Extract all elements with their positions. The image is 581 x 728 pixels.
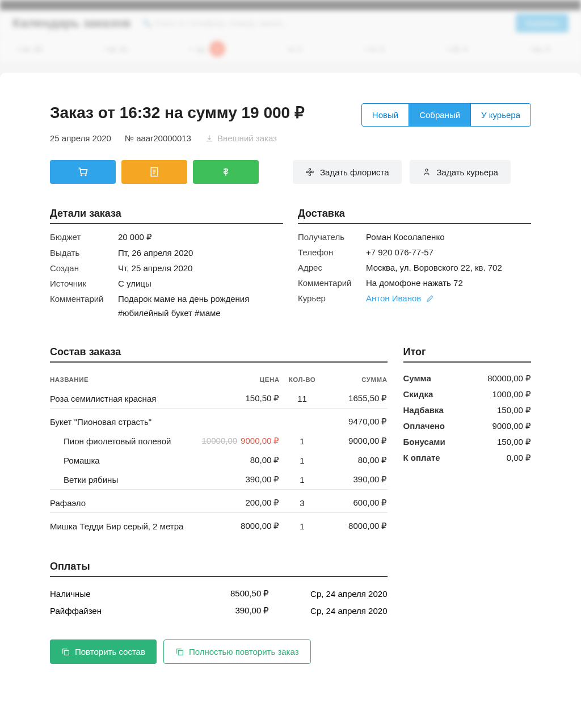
label-dcomment: Комментарий (298, 278, 366, 288)
copy-icon (61, 647, 70, 657)
flower-icon (305, 167, 314, 176)
table-row: Райффайзен390,00 ₽Ср, 24 апреля 2020 (50, 602, 388, 619)
th-sum: СУММА (325, 371, 388, 389)
courier-link[interactable]: Антон Иванов (366, 293, 435, 303)
edit-icon (426, 294, 435, 303)
value-budget: 20 000 ₽ (118, 232, 283, 242)
value-recipient: Роман Косолапенко (366, 232, 531, 242)
status-courier[interactable]: У курьера (471, 104, 531, 126)
label-due: Выдать (50, 248, 118, 258)
label-budget: Бюджет (50, 232, 118, 242)
th-price: ЦЕНА (200, 371, 280, 389)
cart-action-button[interactable] (50, 160, 116, 184)
dollar-icon (220, 166, 231, 178)
items-table: НАЗВАНИЕ ЦЕНА КОЛ-ВО СУММА Роза семилист… (50, 371, 388, 536)
pay-action-button[interactable] (193, 160, 259, 184)
composition-title: Состав заказа (50, 346, 388, 363)
svg-rect-7 (64, 650, 69, 655)
status-tabs: Новый Собраный У курьера (361, 103, 531, 127)
label-phone: Телефон (298, 247, 366, 257)
cart-button: Корзина (516, 14, 569, 32)
value-created: Чт, 25 апреля 2020 (118, 263, 283, 273)
value-comment: Подарок маме на день рождения#юбилейный … (118, 294, 283, 318)
order-modal: Заказ от 16:32 на сумму 19 000 ₽ Новый С… (0, 73, 581, 728)
svg-point-5 (311, 171, 313, 172)
assign-courier-button[interactable]: Задать курьера (410, 160, 511, 184)
repeat-order-button[interactable]: Полностью повторить заказ (163, 639, 311, 664)
search-placeholder: 🔍 Поиск по телефону, номеру, имени... (142, 19, 289, 28)
label-comment: Комментарий (50, 294, 118, 318)
table-row: Рафаэло200,00 ₽3600,00 ₽ (50, 490, 388, 513)
table-row: Ромашка80,00 ₽180,00 ₽ (50, 451, 388, 470)
value-source: С улицы (118, 279, 283, 288)
svg-point-2 (309, 169, 310, 170)
external-order[interactable]: Внешний заказ (205, 133, 277, 143)
order-number: № aaar20000013 (125, 133, 191, 143)
th-name: НАЗВАНИЕ (50, 371, 200, 389)
download-icon (205, 134, 214, 143)
repeat-composition-button[interactable]: Повторить состав (50, 639, 157, 664)
order-title: Заказ от 16:32 на сумму 19 000 ₽ (50, 103, 305, 122)
label-created: Создан (50, 263, 118, 273)
courier-icon (422, 167, 431, 176)
receipt-action-button[interactable] (121, 160, 187, 184)
payments-title: Оплаты (50, 561, 388, 577)
value-phone: +7 920 076-77-57 (366, 247, 531, 257)
status-new[interactable]: Новый (362, 104, 409, 126)
assign-florist-button[interactable]: Задать флориста (293, 160, 402, 184)
table-row: Букет "Пионовая страсть"9470,00 ₽ (50, 409, 388, 432)
table-row: Наличные8500,50 ₽Ср, 24 апреля 2020 (50, 585, 388, 602)
order-date: 25 апреля 2020 (50, 133, 111, 143)
app-title: Календарь заказов (12, 16, 130, 31)
details-title: Детали заказа (50, 208, 283, 224)
svg-point-6 (426, 169, 428, 171)
delivery-section: Доставка ПолучательРоман Косолапенко Тел… (298, 208, 531, 318)
value-addr: Москва, ул. Воровского 22, кв. 702 (366, 263, 531, 272)
value-due: Пт, 26 апреля 2020 (118, 248, 283, 258)
payments-table: Наличные8500,50 ₽Ср, 24 апреля 2020 Райф… (50, 585, 388, 619)
status-assembled[interactable]: Собраный (409, 104, 471, 126)
copy-icon (175, 647, 184, 657)
totals-title: Итог (403, 346, 532, 363)
cart-icon (77, 166, 89, 178)
table-row: Ветки рябины390,00 ₽1390,00 ₽ (50, 470, 388, 490)
value-dcomment: На домофоне нажать 72 (366, 278, 531, 288)
table-row: Роза семилистная красная150,50 ₽111655,5… (50, 389, 388, 409)
delivery-title: Доставка (298, 208, 531, 224)
totals-list: Сумма80000,00 ₽ Скидка1000,00 ₽ Надбавка… (403, 371, 532, 466)
svg-rect-8 (178, 650, 183, 655)
label-addr: Адрес (298, 263, 366, 272)
svg-point-4 (306, 171, 308, 172)
table-row: Пион фиолетовый полевой10000,009000,00 ₽… (50, 431, 388, 451)
th-qty: КОЛ-ВО (280, 371, 325, 389)
calendar-days: • пн, 30 • вт, 31 • ср, 1 чт, 2 • пт, 3 … (0, 36, 581, 61)
details-section: Детали заказа Бюджет20 000 ₽ ВыдатьПт, 2… (50, 208, 283, 318)
receipt-icon (149, 166, 160, 178)
label-source: Источник (50, 279, 118, 288)
table-row: Мишка Тедди Бир серый, 2 метра8000,00 ₽1… (50, 513, 388, 536)
svg-point-3 (309, 174, 310, 175)
svg-point-1 (309, 171, 311, 173)
label-courier: Курьер (298, 293, 366, 303)
label-recipient: Получатель (298, 232, 366, 242)
